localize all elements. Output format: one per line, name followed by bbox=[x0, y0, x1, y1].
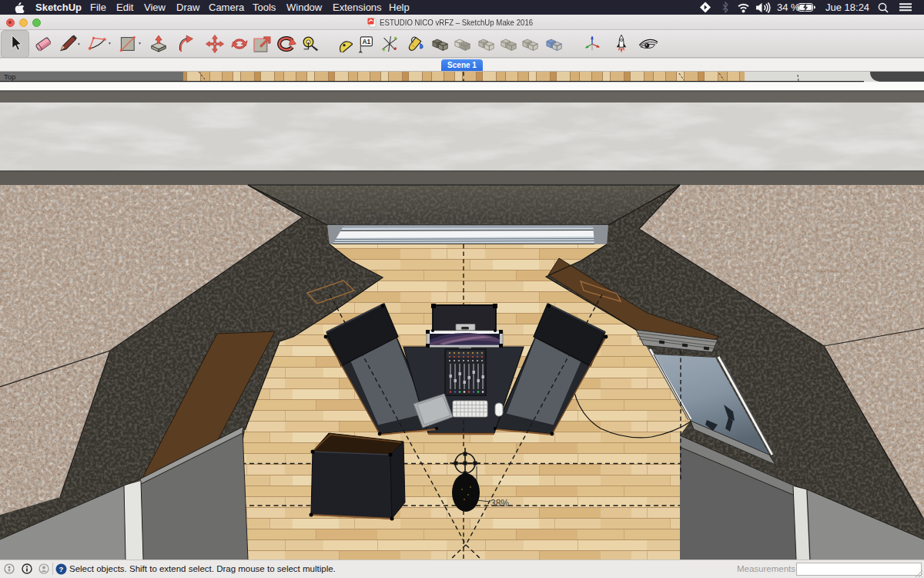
svg-text:A1: A1 bbox=[362, 38, 370, 45]
svg-text:38%: 38% bbox=[490, 498, 509, 509]
svg-text:Top: Top bbox=[4, 72, 15, 81]
svg-text:?: ? bbox=[59, 565, 64, 573]
